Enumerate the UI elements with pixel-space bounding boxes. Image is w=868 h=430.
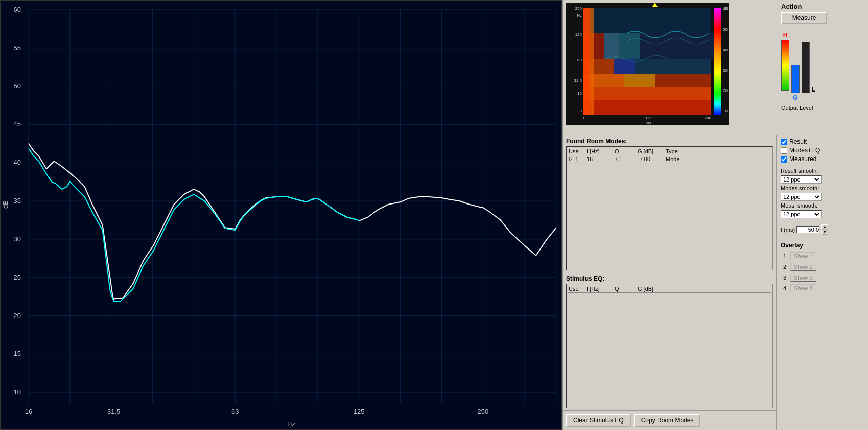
meas-smooth-select[interactable]: 12 ppo 6 ppo 3 ppo None bbox=[781, 210, 822, 218]
overlay-row-4: 4 Show 4 bbox=[781, 284, 864, 292]
svg-text:63: 63 bbox=[231, 408, 239, 415]
result-label: Result bbox=[789, 138, 807, 145]
svg-text:20: 20 bbox=[13, 312, 20, 320]
svg-text:60: 60 bbox=[13, 6, 20, 13]
measure-button[interactable]: Measure bbox=[781, 12, 827, 24]
show1-button[interactable]: Show 1 bbox=[790, 252, 816, 260]
svg-text:200: 200 bbox=[705, 116, 712, 120]
svg-text:45: 45 bbox=[13, 120, 20, 128]
svg-rect-46 bbox=[583, 87, 711, 100]
svg-rect-59 bbox=[590, 8, 594, 115]
l-label: L bbox=[812, 86, 815, 93]
t-ms-input[interactable] bbox=[796, 226, 819, 233]
measured-label: Measured bbox=[789, 155, 816, 163]
show4-button[interactable]: Show 4 bbox=[790, 284, 816, 292]
svg-text:25: 25 bbox=[13, 274, 20, 281]
overlay-row-2: 2 Show 2 bbox=[781, 263, 864, 271]
svg-text:30: 30 bbox=[13, 235, 20, 243]
svg-text:125: 125 bbox=[354, 408, 365, 415]
svg-text:10: 10 bbox=[723, 109, 728, 114]
svg-rect-54 bbox=[604, 33, 619, 59]
overlay-row-1: 1 Show 1 bbox=[781, 252, 864, 260]
bottom-buttons: Clear Stimulus EQ Copy Room Modes bbox=[563, 410, 776, 430]
svg-text:125: 125 bbox=[575, 32, 582, 37]
svg-text:dB: dB bbox=[723, 6, 728, 11]
measured-checkbox-row: Measured bbox=[781, 155, 864, 163]
overlay-row-3: 3 Show 3 bbox=[781, 274, 864, 282]
svg-rect-48 bbox=[624, 74, 655, 87]
stimulus-eq-section: Stimulus EQ: Use f [Hz] Q G [dB] bbox=[563, 273, 776, 410]
spectrogram-area: 250 Hz 125 63 31.5 16 8 0 100 200 ms dB … bbox=[566, 3, 776, 132]
copy-room-modes-button[interactable]: Copy Room Modes bbox=[634, 414, 701, 427]
svg-text:10: 10 bbox=[13, 388, 20, 396]
svg-rect-0 bbox=[1, 1, 561, 429]
result-checkbox[interactable] bbox=[781, 139, 787, 145]
h-label: H bbox=[783, 32, 788, 39]
svg-text:20: 20 bbox=[723, 88, 728, 93]
svg-text:16: 16 bbox=[577, 91, 582, 96]
g-label: G bbox=[793, 94, 797, 101]
svg-rect-52 bbox=[635, 59, 711, 74]
svg-text:0: 0 bbox=[583, 116, 586, 120]
svg-rect-45 bbox=[583, 100, 711, 115]
found-room-modes-section: Found Room Modes: Use f [Hz] Q G [dB] Ty… bbox=[563, 135, 776, 273]
svg-text:8: 8 bbox=[580, 109, 582, 114]
svg-text:Hz: Hz bbox=[577, 13, 582, 18]
svg-text:35: 35 bbox=[13, 197, 20, 205]
room-modes-row-1: ☑ 1 16 7.1 -7.00 Mode bbox=[568, 155, 771, 163]
result-checkbox-row: Result bbox=[781, 138, 864, 145]
stimulus-eq-title: Stimulus EQ: bbox=[566, 275, 773, 282]
svg-text:31.5: 31.5 bbox=[574, 78, 582, 83]
modes-eq-checkbox-row: Modes+EQ bbox=[781, 147, 864, 154]
svg-text:dB: dB bbox=[2, 200, 9, 209]
meas-smooth-label: Meas. smooth: bbox=[781, 202, 864, 209]
action-panel: Action Measure H G bbox=[779, 0, 868, 135]
svg-text:55: 55 bbox=[13, 44, 20, 52]
show2-button[interactable]: Show 2 bbox=[790, 263, 816, 271]
show3-button[interactable]: Show 3 bbox=[790, 274, 816, 282]
t-ms-row: t (ms) ▲ ▼ bbox=[781, 224, 864, 235]
svg-rect-57 bbox=[583, 8, 711, 33]
svg-rect-49 bbox=[655, 74, 711, 87]
overlay-title: Overlay bbox=[781, 242, 864, 249]
modes-smooth-label: Modes smooth: bbox=[781, 185, 864, 191]
right-panel: 250 Hz 125 63 31.5 16 8 0 100 200 ms dB … bbox=[562, 0, 868, 430]
measured-checkbox[interactable] bbox=[781, 156, 787, 163]
result-smooth-select[interactable]: 12 ppo 6 ppo 3 ppo None bbox=[781, 175, 822, 184]
t-ms-label: t (ms) bbox=[781, 227, 795, 233]
svg-text:Hz: Hz bbox=[287, 420, 295, 428]
svg-text:100: 100 bbox=[644, 116, 651, 120]
svg-text:63: 63 bbox=[577, 58, 582, 62]
t-ms-spinner[interactable]: ▲ ▼ bbox=[821, 224, 828, 235]
room-modes-title: Found Room Modes: bbox=[566, 138, 773, 145]
top-right-section: 250 Hz 125 63 31.5 16 8 0 100 200 ms dB … bbox=[563, 0, 868, 135]
modes-smooth-select[interactable]: 12 ppo 6 ppo 3 ppo None bbox=[781, 193, 822, 201]
action-title: Action bbox=[781, 3, 865, 10]
main-chart: 60 55 50 45 40 35 30 25 20 15 10 dB 16 3… bbox=[0, 0, 562, 430]
clear-stimulus-eq-button[interactable]: Clear Stimulus EQ bbox=[566, 414, 631, 427]
stimulus-eq-table-header: Use f [Hz] Q G [dB] bbox=[568, 285, 771, 293]
svg-text:250: 250 bbox=[477, 408, 488, 415]
svg-rect-60 bbox=[714, 8, 721, 115]
room-modes-table-header: Use f [Hz] Q G [dB] Type bbox=[568, 148, 771, 155]
svg-text:50: 50 bbox=[13, 82, 20, 90]
output-level-label: Output Level bbox=[781, 105, 865, 111]
modes-eq-label: Modes+EQ bbox=[789, 147, 820, 154]
svg-rect-58 bbox=[583, 8, 590, 115]
svg-rect-55 bbox=[619, 33, 640, 59]
svg-text:ms: ms bbox=[646, 121, 651, 125]
svg-text:40: 40 bbox=[13, 159, 20, 166]
svg-text:50: 50 bbox=[723, 27, 728, 32]
svg-text:16: 16 bbox=[25, 408, 32, 415]
svg-text:15: 15 bbox=[13, 350, 20, 357]
result-smooth-label: Result smooth: bbox=[781, 168, 864, 174]
modes-eq-checkbox[interactable] bbox=[781, 147, 787, 154]
svg-text:40: 40 bbox=[723, 48, 728, 52]
svg-text:250: 250 bbox=[575, 6, 582, 11]
right-controls-col: Result Modes+EQ Measured Result smooth: … bbox=[776, 135, 868, 430]
svg-text:30: 30 bbox=[723, 68, 728, 73]
svg-text:31.5: 31.5 bbox=[107, 408, 120, 415]
